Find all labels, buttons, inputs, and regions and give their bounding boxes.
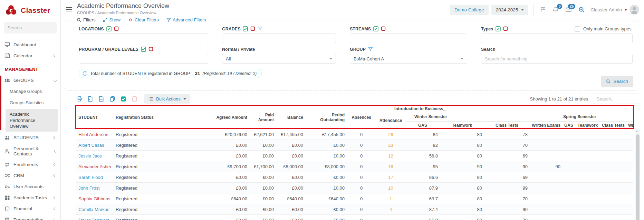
export-excel-icon[interactable]: x	[87, 96, 93, 102]
sidebar-item-manage-groups[interactable]: Manage Groups	[0, 86, 60, 97]
student-name-link[interactable]: Camilla Markus	[78, 207, 109, 212]
zoom-in-icon[interactable]	[578, 7, 585, 13]
sidebar-item-dashboard[interactable]: Dashboard	[0, 39, 60, 50]
sidebar-item-groups[interactable]: GROUPS	[0, 75, 60, 86]
col-header-student[interactable]: STUDENT	[76, 106, 114, 129]
hamburger-menu-icon[interactable]	[66, 6, 72, 12]
copy-icon[interactable]	[109, 96, 115, 102]
empty-square-icon[interactable]	[381, 26, 386, 31]
check-square-icon[interactable]	[496, 26, 501, 31]
types-input[interactable]	[481, 34, 633, 43]
student-name-link[interactable]: Albert Casas	[78, 143, 104, 148]
funnel-icon[interactable]	[258, 26, 263, 31]
cell-status: Registered	[114, 161, 174, 172]
student-name-link[interactable]: Elliot Anderson	[78, 132, 108, 137]
col-header-winter-written-exams[interactable]: Written Exams	[530, 122, 563, 129]
bulk-actions-button[interactable]: Bulk Actions	[144, 94, 190, 104]
notifications-bell-icon[interactable]: 0	[552, 7, 559, 13]
col-header-winter-teamwork[interactable]: Teamwork	[440, 122, 484, 129]
col-header-absences[interactable]: Absences	[347, 106, 376, 129]
cell-absences: 0	[347, 215, 376, 220]
sidebar-item-financial[interactable]: Financial	[0, 203, 60, 214]
sidebar-item-enrollments[interactable]: Enrollments	[0, 159, 60, 170]
cell-status: Registered	[114, 172, 174, 183]
check-square-icon[interactable]	[141, 47, 146, 52]
student-name-link[interactable]: Jessie Jace	[78, 153, 102, 159]
sidebar-item-personnel-contacts[interactable]: Personnel & Contacts	[0, 143, 60, 159]
cell-w_gas: 86.6	[405, 172, 440, 183]
col-header-paid-amount[interactable]: Paid Amount	[249, 106, 276, 129]
cell-s_teamwork	[575, 151, 600, 161]
col-header-agreed-amount[interactable]: Agreed Amount	[174, 106, 249, 129]
col-header-attendance[interactable]: Attendance	[376, 112, 405, 129]
empty-square-icon[interactable]	[250, 26, 256, 31]
vertical-scrollbar[interactable]	[635, 129, 640, 220]
cell-w_teamwork: 80	[440, 215, 484, 220]
student-name-link[interactable]: Alexander Asher	[78, 164, 111, 169]
col-header-spring-gas[interactable]: GAS	[563, 122, 575, 129]
school-button[interactable]: Demo College	[450, 5, 489, 15]
print-icon[interactable]	[76, 96, 82, 102]
flag-icon[interactable]	[540, 7, 546, 13]
breadcrumb-groups[interactable]: GROUPS	[77, 11, 94, 15]
check-square-icon[interactable]	[373, 26, 378, 31]
empty-square-icon[interactable]	[148, 47, 154, 52]
grades-input[interactable]	[222, 34, 336, 43]
student-name-link[interactable]: Taylor Tharushi	[78, 218, 109, 220]
student-name-link[interactable]: John Frost	[78, 185, 99, 191]
col-header-registration-status[interactable]: Registration Status	[114, 106, 174, 129]
sidebar-item-user-accounts[interactable]: User Accounts	[0, 181, 60, 192]
deselect-icon[interactable]	[132, 96, 137, 102]
cell-status: Registered	[114, 215, 174, 220]
academic-year-dropdown[interactable]: 2024-2025	[491, 5, 529, 15]
brand-logo[interactable]: c Classter	[0, 0, 60, 19]
cell-s_class_tests	[600, 172, 626, 183]
col-header-balance[interactable]: Balance	[276, 106, 305, 129]
col-header-spring-class-tests[interactable]: Class Tests	[600, 122, 626, 129]
filter-search-input[interactable]	[485, 56, 629, 61]
col-header-winter-class-tests[interactable]: Class Tests	[484, 122, 530, 129]
group-select[interactable]: BsMa-Cohort A	[350, 54, 467, 64]
advanced-filters-button[interactable]: Advanced Filters	[166, 17, 206, 22]
col-header-winter-gas[interactable]: GAS	[405, 122, 440, 129]
empty-square-icon[interactable]	[114, 26, 119, 31]
sidebar-search-input[interactable]	[4, 22, 57, 34]
col-header-spring-written-exams[interactable]: Written Exams	[626, 122, 633, 129]
table-search-input[interactable]	[593, 94, 639, 104]
student-name-link[interactable]: Sarah Flood	[78, 175, 103, 180]
sidebar-item-academic-tasks[interactable]: Academic Tasks	[0, 192, 60, 203]
cell-status: Registered	[114, 183, 174, 193]
check-square-icon[interactable]	[106, 26, 112, 31]
show-filters-button[interactable]: Show	[103, 17, 121, 22]
sidebar-item-calendar[interactable]: Calendar	[0, 50, 60, 61]
student-name-link[interactable]: Sophia Gibbons	[78, 196, 110, 201]
check-square-icon[interactable]	[243, 26, 248, 31]
col-header-period-outstanding[interactable]: Period Outstanding	[305, 106, 347, 129]
scroll-up-button[interactable]	[635, 129, 640, 134]
cell-attendance: 16	[376, 161, 405, 172]
search-button[interactable]: Search	[601, 76, 633, 87]
sidebar-item-students[interactable]: STUDENTS	[0, 132, 60, 143]
scrollbar-thumb[interactable]	[636, 134, 640, 220]
sidebar-item-crm[interactable]: CRM	[0, 170, 60, 181]
grid-icon	[4, 195, 10, 201]
cell-agreed: £0.00	[174, 204, 249, 215]
user-menu[interactable]: Classter Admin	[590, 5, 639, 15]
streams-input[interactable]	[350, 34, 467, 43]
select-all-icon[interactable]	[121, 96, 126, 102]
funnel-icon[interactable]	[368, 47, 373, 52]
sidebar-item-transportation[interactable]: Transportation	[0, 214, 60, 220]
sidebar-item-academic-performance-overview[interactable]: Academic Performance Overview	[6, 109, 58, 132]
locations-input[interactable]	[79, 34, 208, 43]
only-main-groups-checkbox[interactable]	[575, 26, 580, 32]
sidebar-item-groups-statistics[interactable]: Groups Statistics	[0, 97, 60, 108]
normal-private-select[interactable]: All	[222, 54, 336, 64]
clear-filters-button[interactable]: Clear Filters	[128, 17, 159, 22]
col-header-spring-teamwork[interactable]: Teamwork	[575, 122, 600, 129]
export-csv-icon[interactable]: csv	[98, 96, 104, 102]
avatar	[629, 5, 639, 15]
program-grade-levels-input[interactable]	[79, 54, 208, 64]
empty-square-icon[interactable]	[503, 26, 508, 31]
messages-envelope-icon[interactable]: 25	[565, 7, 572, 13]
cell-s_gas	[563, 193, 575, 204]
